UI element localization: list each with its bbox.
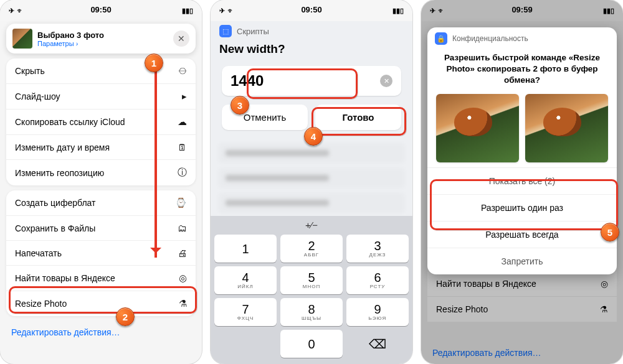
allow-once-button[interactable]: Разрешить один раз xyxy=(427,194,617,221)
clock: 09:50 xyxy=(301,5,321,14)
action-row-b4[interactable]: Resize Photo⚗ xyxy=(6,291,196,316)
action-label: Сохранить в Файлы xyxy=(15,223,95,233)
phone-privacy-dialog: ✈ᯤ 09:59 ▮▮▯ Напечатать🖨Найти товары в Я… xyxy=(421,0,623,364)
privacy-header: Конфиденциальность xyxy=(452,34,528,43)
action-label: Скрыть xyxy=(15,66,45,76)
step-badge-1: 1 xyxy=(145,54,163,72)
key-9[interactable]: 9ЬЭЮЯ xyxy=(346,298,409,326)
action-row-b1[interactable]: Сохранить в Файлы🗂 xyxy=(6,215,196,240)
status-bar: ✈ᯤ 09:50 ▮▮▯ xyxy=(0,0,202,21)
action-row-a3[interactable]: Изменить дату и время🗓 xyxy=(6,134,196,159)
key-6[interactable]: 6РСТУ xyxy=(346,266,409,294)
width-input[interactable]: 1440 ✕ xyxy=(222,66,401,96)
show-all-button[interactable]: Показать все (2) xyxy=(427,167,617,194)
privacy-message: Разрешить быстрой команде «Resize Photo»… xyxy=(427,50,617,94)
shortcut-app-label: Скрипты xyxy=(237,27,269,36)
action-icon: ⦵ xyxy=(178,65,187,77)
done-button[interactable]: Готово xyxy=(315,105,401,130)
key-⌫[interactable]: ⌫ xyxy=(346,330,409,358)
key-7[interactable]: 7ФХЦЧ xyxy=(214,298,277,326)
key-0[interactable]: 0 xyxy=(280,330,343,358)
step-badge-4: 4 xyxy=(304,127,323,146)
action-icon: ▸ xyxy=(182,91,187,102)
clock: 09:50 xyxy=(90,5,111,14)
phone-input-dialog: ✈ᯤ 09:50 ▮▮▯ ⬚ Скрипты New width? 1440 ✕… xyxy=(211,0,412,364)
deny-button[interactable]: Запретить xyxy=(427,248,617,274)
parameters-link[interactable]: Параметры › xyxy=(37,40,168,47)
close-button[interactable]: ✕ xyxy=(173,30,189,47)
action-icon: 🗂 xyxy=(178,223,187,233)
key-1[interactable]: 1 xyxy=(214,235,277,263)
photo-thumb-1 xyxy=(436,94,519,163)
photo-thumb-2 xyxy=(525,94,608,163)
shortcut-app-header: ⬚ Скрипты xyxy=(211,21,412,41)
action-row-b2[interactable]: Напечатать🖨 xyxy=(6,240,196,265)
privacy-app-icon: 🔒 xyxy=(435,32,447,45)
action-icon: ⚗ xyxy=(179,298,187,309)
action-label: Найти товары в Яндексе xyxy=(15,273,115,283)
numeric-keyboard: +⁄− 12АБВГ3ДЕЖЗ4ИЙКЛ5МНОП6РСТУ7ФХЦЧ8ШЩЪЫ… xyxy=(211,216,412,364)
clear-input-icon[interactable]: ✕ xyxy=(380,75,392,87)
actions-list-1: Скрыть⦵Слайд-шоу▸Скопировать ссылку iClo… xyxy=(6,58,196,185)
selection-thumbnail xyxy=(12,29,32,49)
key-3[interactable]: 3ДЕЖЗ xyxy=(346,235,409,263)
action-label: Изменить геопозицию xyxy=(15,168,104,178)
action-row-a4[interactable]: Изменить геопозициюⓘ xyxy=(6,159,196,185)
key-blank[interactable] xyxy=(214,330,277,358)
prompt-text: New width? xyxy=(211,41,412,66)
plusminus-key[interactable]: +⁄− xyxy=(305,220,318,230)
battery-icon: ▮▮▯ xyxy=(392,7,404,15)
selection-title: Выбрано 3 фото xyxy=(37,30,168,40)
scripts-app-icon: ⬚ xyxy=(219,25,232,37)
airplane-icon: ✈ xyxy=(219,7,225,15)
action-row-b0[interactable]: Создать циферблат⌚ xyxy=(6,190,196,215)
action-row-a2[interactable]: Скопировать ссылку iCloud☁ xyxy=(6,109,196,134)
status-bar: ✈ᯤ 09:50 ▮▮▯ xyxy=(211,0,412,21)
action-label: Изменить дату и время xyxy=(15,142,110,152)
action-label: Скопировать ссылку iCloud xyxy=(15,117,125,127)
action-label: Слайд-шоу xyxy=(15,91,60,101)
key-8[interactable]: 8ШЩЪЫ xyxy=(280,298,343,326)
action-icon: ◎ xyxy=(179,273,187,284)
battery-icon: ▮▮▯ xyxy=(182,7,193,15)
action-icon: 🖨 xyxy=(178,248,187,258)
action-icon: ⓘ xyxy=(178,167,187,179)
action-label: Создать циферблат xyxy=(15,198,95,208)
annotation-arrow xyxy=(155,66,157,258)
wifi-icon: ᯤ xyxy=(17,7,24,14)
share-header: Выбрано 3 фото Параметры › ✕ xyxy=(6,24,196,54)
key-5[interactable]: 5МНОП xyxy=(280,266,343,294)
step-badge-2: 2 xyxy=(116,307,135,326)
action-label: Напечатать xyxy=(15,248,62,258)
action-row-b3[interactable]: Найти товары в Яндексе◎ xyxy=(6,265,196,291)
privacy-card: 🔒 Конфиденциальность Разрешить быстрой к… xyxy=(427,27,617,274)
action-row-a1[interactable]: Слайд-шоу▸ xyxy=(6,83,196,109)
actions-list-2: Создать циферблат⌚Сохранить в Файлы🗂Напе… xyxy=(6,190,196,316)
action-row-a0[interactable]: Скрыть⦵ xyxy=(6,58,196,83)
edit-actions-link[interactable]: Редактировать действия… xyxy=(0,321,202,343)
width-input-value: 1440 xyxy=(231,72,264,90)
action-icon: 🗓 xyxy=(178,142,187,152)
background-blur xyxy=(218,142,405,213)
key-2[interactable]: 2АБВГ xyxy=(280,235,343,263)
action-icon: ☁ xyxy=(178,116,187,128)
key-4[interactable]: 4ИЙКЛ xyxy=(214,266,277,294)
step-badge-5: 5 xyxy=(601,223,619,241)
action-icon: ⌚ xyxy=(175,197,187,208)
step-badge-3: 3 xyxy=(231,96,249,114)
wifi-icon: ᯤ xyxy=(227,7,234,14)
phone-share-sheet: ✈ᯤ 09:50 ▮▮▯ Выбрано 3 фото Параметры › … xyxy=(0,0,202,364)
airplane-icon: ✈ xyxy=(9,7,14,15)
action-label: Resize Photo xyxy=(15,299,67,309)
allow-always-button[interactable]: Разрешать всегда xyxy=(427,221,617,248)
